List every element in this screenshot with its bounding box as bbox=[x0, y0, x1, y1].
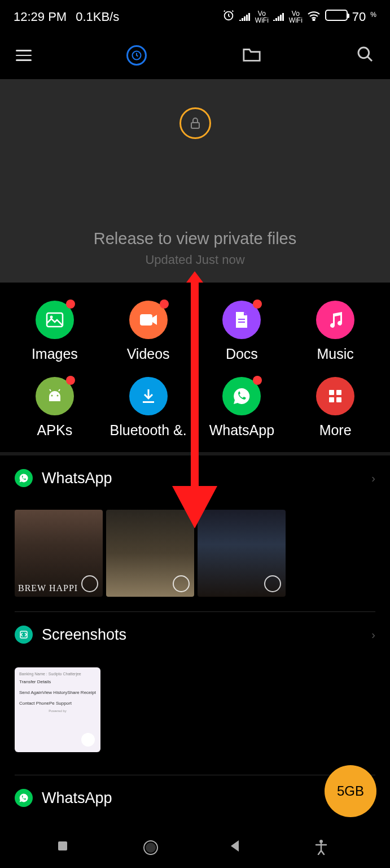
status-bar: 12:29 PM 0.1KB/s VoWiFi VoWiFi 70% bbox=[0, 0, 390, 34]
music-icon bbox=[327, 311, 343, 328]
signal-icon-2 bbox=[273, 10, 284, 24]
whatsapp-icon bbox=[15, 789, 33, 807]
svg-rect-8 bbox=[238, 319, 245, 320]
category-whatsapp[interactable]: WhatsApp bbox=[195, 377, 289, 439]
section-title: WhatsApp bbox=[42, 470, 112, 487]
media-thumbnail[interactable] bbox=[106, 510, 194, 597]
svg-point-20 bbox=[146, 843, 155, 852]
svg-rect-18 bbox=[58, 841, 67, 850]
svg-point-21 bbox=[319, 840, 323, 843]
svg-rect-16 bbox=[336, 397, 341, 402]
whatsapp-icon bbox=[15, 469, 33, 487]
nav-recents-button[interactable] bbox=[56, 839, 75, 858]
lock-icon bbox=[179, 107, 211, 139]
screenshot-thumbnail[interactable]: Banking Name : Sudipto Chatterjee Transf… bbox=[15, 667, 100, 752]
chevron-right-icon: › bbox=[371, 628, 375, 641]
fab-label: 5GB bbox=[337, 783, 364, 799]
section-title: WhatsApp bbox=[42, 789, 112, 807]
category-more[interactable]: More bbox=[288, 377, 382, 439]
top-nav bbox=[0, 34, 390, 79]
svg-point-1 bbox=[313, 19, 314, 21]
battery-icon bbox=[325, 10, 348, 24]
system-nav-bar bbox=[0, 830, 390, 868]
svg-point-3 bbox=[358, 47, 369, 58]
wifi-icon bbox=[307, 10, 321, 24]
svg-rect-13 bbox=[329, 390, 334, 395]
preview-text: Contact PhonePe Support bbox=[19, 701, 96, 706]
preview-text: Banking Name : Sudipto Chatterjee bbox=[19, 672, 96, 676]
category-label: Bluetooth &. bbox=[110, 422, 187, 439]
nav-accessibility-button[interactable] bbox=[315, 839, 334, 858]
category-docs[interactable]: Docs bbox=[195, 301, 289, 362]
category-grid: Images Videos Docs Music APKs Bluetooth … bbox=[0, 284, 390, 452]
video-indicator-icon bbox=[264, 575, 281, 592]
status-time: 12:29 PM bbox=[14, 10, 67, 24]
svg-point-11 bbox=[56, 395, 58, 397]
tab-folders[interactable] bbox=[242, 46, 261, 65]
private-files-panel[interactable]: Release to view private files Updated Ju… bbox=[0, 79, 390, 283]
private-title: Release to view private files bbox=[94, 229, 296, 248]
category-label: WhatsApp bbox=[209, 422, 274, 439]
category-label: Docs bbox=[226, 346, 258, 362]
category-label: Images bbox=[32, 346, 78, 362]
private-subtitle: Updated Just now bbox=[145, 253, 244, 267]
svg-rect-5 bbox=[47, 313, 63, 327]
preview-text: Powered by bbox=[19, 709, 96, 713]
chevron-right-icon: › bbox=[371, 472, 375, 485]
category-label: Music bbox=[317, 346, 353, 362]
cleaner-fab[interactable]: 5GB bbox=[325, 765, 376, 817]
category-label: More bbox=[319, 422, 352, 439]
category-images[interactable]: Images bbox=[8, 301, 102, 362]
svg-rect-12 bbox=[143, 401, 154, 403]
nav-home-button[interactable] bbox=[142, 839, 161, 858]
download-icon bbox=[141, 388, 156, 404]
svg-rect-4 bbox=[191, 123, 199, 128]
video-indicator-icon bbox=[81, 575, 98, 592]
document-icon bbox=[234, 311, 249, 329]
category-music[interactable]: Music bbox=[288, 301, 382, 362]
whatsapp-thumbnails bbox=[0, 497, 390, 599]
svg-rect-14 bbox=[336, 390, 341, 395]
android-icon bbox=[46, 389, 63, 403]
preview-btn: Send Again bbox=[19, 690, 42, 695]
tab-recent[interactable] bbox=[126, 45, 147, 66]
svg-point-6 bbox=[50, 316, 52, 319]
preview-btn: View History bbox=[42, 690, 67, 695]
status-speed: 0.1KB/s bbox=[76, 10, 119, 24]
image-icon bbox=[46, 312, 64, 328]
category-bluetooth[interactable]: Bluetooth &. bbox=[102, 377, 195, 439]
nav-back-button[interactable] bbox=[229, 839, 248, 858]
video-indicator-icon bbox=[173, 575, 190, 592]
media-thumbnail[interactable] bbox=[198, 510, 286, 597]
category-apks[interactable]: APKs bbox=[8, 377, 102, 439]
svg-rect-9 bbox=[238, 322, 245, 323]
alarm-icon bbox=[222, 9, 235, 25]
vowifi-label-1: VoWiFi bbox=[255, 10, 269, 24]
svg-rect-7 bbox=[140, 314, 152, 326]
grid-icon bbox=[328, 389, 343, 403]
preview-btn: Share Receipt bbox=[67, 690, 96, 695]
section-screenshots[interactable]: Screenshots › bbox=[0, 612, 390, 654]
category-label: Videos bbox=[127, 346, 170, 362]
category-label: APKs bbox=[37, 422, 73, 439]
battery-percent: 70 bbox=[352, 10, 366, 24]
video-icon bbox=[139, 313, 158, 327]
preview-text: Transfer Details bbox=[19, 679, 96, 684]
svg-point-10 bbox=[51, 395, 52, 397]
section-title: Screenshots bbox=[42, 626, 126, 644]
whatsapp-icon bbox=[232, 387, 251, 406]
screenshot-icon bbox=[15, 626, 33, 644]
battery-pct-suffix: % bbox=[370, 11, 376, 18]
svg-rect-15 bbox=[329, 397, 334, 402]
media-thumbnail[interactable] bbox=[15, 510, 103, 597]
vowifi-label-2: VoWiFi bbox=[289, 10, 303, 24]
section-whatsapp[interactable]: WhatsApp › bbox=[0, 452, 390, 497]
signal-icon bbox=[239, 10, 251, 24]
category-videos[interactable]: Videos bbox=[102, 301, 195, 362]
search-icon[interactable] bbox=[356, 45, 374, 66]
hamburger-menu-icon[interactable] bbox=[16, 50, 32, 61]
